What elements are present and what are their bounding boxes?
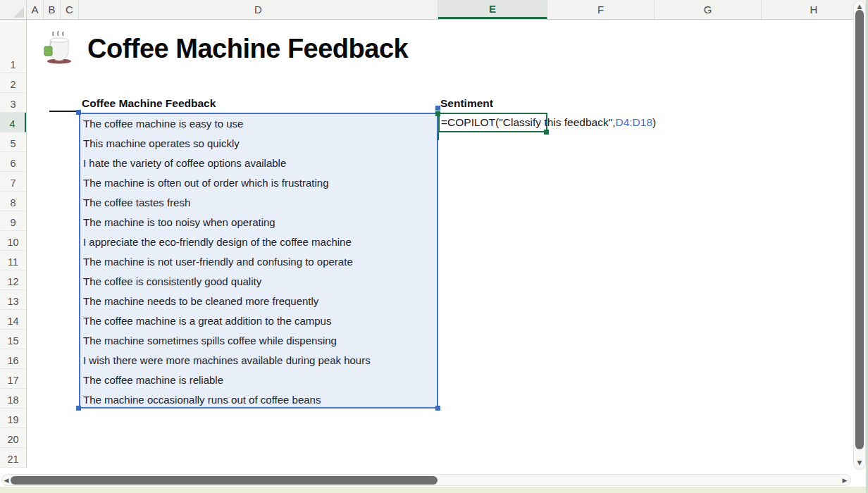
feedback-cell[interactable]: I wish there were more machines availabl… (80, 351, 437, 370)
formula-range-reference: D4:D18 (615, 116, 652, 128)
row-header-19[interactable]: 19 (0, 408, 26, 428)
feedback-cell[interactable]: This machine operates so quickly (80, 134, 437, 154)
feedback-cell[interactable]: The coffee tastes fresh (80, 193, 437, 213)
row-header-12[interactable]: 12 (0, 270, 26, 290)
spreadsheet-window: A B C D E F G H 1 2 3 4 5 6 7 8 9 10 11 … (0, 0, 868, 493)
select-all-triangle-icon (13, 7, 24, 18)
row-header-20[interactable]: 20 (0, 428, 26, 448)
row-header-13[interactable]: 13 (0, 290, 26, 310)
feedback-cell[interactable]: The coffee machine is easy to use (80, 114, 437, 134)
select-all-button[interactable] (0, 0, 27, 19)
scroll-down-icon[interactable]: ▼ (855, 458, 864, 468)
column-header-c[interactable]: C (61, 0, 79, 19)
row-header-5[interactable]: 5 (0, 132, 26, 152)
row-header-band: 1 2 3 4 5 6 7 8 9 10 11 12 13 14 15 16 1… (0, 20, 27, 468)
feedback-cell[interactable]: The coffee machine is a great addition t… (80, 311, 437, 331)
range-handle-top-left[interactable] (76, 110, 81, 115)
column-header-a[interactable]: A (27, 0, 44, 19)
column-header-b[interactable]: B (44, 0, 61, 19)
column-header-g[interactable]: G (655, 0, 762, 19)
row-header-3[interactable]: 3 (0, 93, 26, 113)
row-header-18[interactable]: 18 (0, 389, 26, 408)
range-handle-bottom-left[interactable] (76, 406, 81, 411)
row-header-21[interactable]: 21 (0, 448, 26, 468)
page-title: Coffee Machine Feedback (87, 34, 408, 64)
feedback-cell[interactable]: The machine is too noisy when operating (80, 213, 437, 232)
column-header-f[interactable]: F (547, 0, 655, 19)
feedback-cell[interactable]: The machine sometimes spills coffee whil… (80, 331, 437, 351)
formula-suffix: ) (652, 116, 656, 128)
feedback-cell[interactable]: The coffee machine is reliable (80, 370, 437, 390)
edit-cell-handle-top-left[interactable] (435, 111, 440, 116)
row-header-4-selected[interactable]: 4 (0, 113, 26, 132)
feedback-cell[interactable]: I hate the variety of coffee options ava… (80, 154, 437, 173)
referenced-range-d4-d18[interactable]: The coffee machine is easy to use This m… (79, 113, 438, 408)
column-header-band: A B C D E F G H (0, 0, 868, 20)
formula-prefix: =COPILOT("Classify this feedback", (441, 116, 615, 128)
row-header-11[interactable]: 11 (0, 251, 26, 270)
cell-border-mark (49, 111, 78, 112)
teacup-icon (42, 30, 76, 65)
feedback-cell[interactable]: The machine needs to be cleaned more fre… (80, 292, 437, 311)
column-header-h[interactable]: H (762, 0, 867, 19)
row-header-6[interactable]: 6 (0, 152, 26, 172)
column-header-d[interactable]: D (79, 0, 438, 19)
scroll-right-icon[interactable]: ▶ (840, 475, 850, 485)
row-header-10[interactable]: 10 (0, 231, 26, 251)
horizontal-scrollbar-thumb[interactable] (11, 476, 438, 485)
edit-cell-border-tail (438, 132, 439, 140)
window-bottom-edge (0, 487, 868, 493)
row-header-7[interactable]: 7 (0, 172, 26, 192)
row-header-9[interactable]: 9 (0, 211, 26, 231)
row-header-2[interactable]: 2 (0, 73, 26, 93)
row-header-1[interactable]: 1 (0, 20, 26, 73)
row-header-16[interactable]: 16 (0, 349, 26, 369)
vertical-scrollbar-thumb[interactable] (855, 10, 864, 449)
feedback-cell[interactable]: I appreciate the eco-friendly design of … (80, 232, 437, 252)
formula-text[interactable]: =COPILOT("Classify this feedback",D4:D18… (441, 113, 656, 132)
feedback-cell[interactable]: The machine is not user-friendly and con… (80, 252, 437, 272)
row-header-8[interactable]: 8 (0, 192, 26, 211)
range-handle-top-right[interactable] (435, 106, 440, 111)
row-header-14[interactable]: 14 (0, 310, 26, 330)
sentiment-column-header[interactable]: Sentiment (440, 93, 493, 113)
row-header-17[interactable]: 17 (0, 369, 26, 389)
feedback-cell[interactable]: The machine is often out of order which … (80, 173, 437, 193)
range-handle-bottom-right[interactable] (435, 406, 440, 411)
scroll-up-icon[interactable]: ▲ (855, 1, 864, 11)
scroll-left-icon[interactable]: ◀ (1, 475, 11, 485)
feedback-cell[interactable]: The coffee is consistently good quality (80, 272, 437, 292)
row-header-15[interactable]: 15 (0, 330, 26, 349)
feedback-column-header[interactable]: Coffee Machine Feedback (82, 93, 216, 113)
feedback-cell[interactable]: The machine occasionally runs out of cof… (80, 390, 437, 410)
column-header-e-selected[interactable]: E (438, 0, 547, 19)
